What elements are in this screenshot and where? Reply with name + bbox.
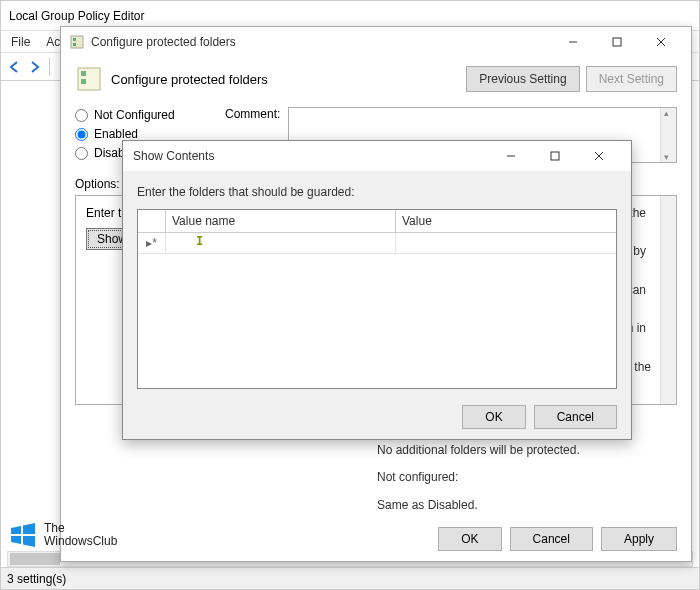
cancel-button[interactable]: Cancel	[510, 527, 593, 551]
contents-table: Value name Value ▸* I	[137, 209, 617, 389]
config-dialog-buttons: OK Cancel Apply	[438, 527, 677, 551]
policy-large-icon	[75, 65, 103, 93]
menu-file[interactable]: File	[11, 35, 30, 49]
scrollbar-vertical[interactable]	[660, 108, 676, 162]
column-value-name[interactable]: Value name	[166, 210, 396, 232]
show-contents-dialog: Show Contents Enter the folders that sho…	[122, 140, 632, 440]
minimize-button[interactable]	[551, 28, 595, 56]
config-header: Configure protected folders Previous Set…	[75, 65, 677, 93]
row-marker: ▸*	[138, 233, 166, 253]
show-body: Enter the folders that should be guarded…	[123, 171, 631, 403]
config-titlebar[interactable]: Configure protected folders	[61, 27, 691, 57]
show-titlebar[interactable]: Show Contents	[123, 141, 631, 171]
radio-enabled[interactable]: Enabled	[75, 127, 205, 141]
text-cursor-icon: I	[196, 234, 203, 248]
show-title: Show Contents	[133, 149, 489, 163]
svg-rect-0	[71, 36, 83, 48]
show-prompt: Enter the folders that should be guarded…	[137, 185, 617, 199]
status-text: 3 setting(s)	[7, 572, 66, 586]
statusbar: 3 setting(s)	[1, 567, 699, 589]
watermark-text: The WindowsClub	[44, 522, 117, 548]
toolbar-divider	[49, 58, 50, 76]
svg-rect-11	[551, 152, 559, 160]
show-cancel-button[interactable]: Cancel	[534, 405, 617, 429]
parent-title: Local Group Policy Editor	[9, 9, 144, 23]
config-window-title: Configure protected folders	[91, 35, 551, 49]
comment-label: Comment:	[225, 107, 280, 121]
close-button[interactable]	[639, 28, 683, 56]
maximize-button[interactable]	[595, 28, 639, 56]
next-setting-button: Next Setting	[586, 66, 677, 92]
row-header-column	[138, 210, 166, 232]
forward-icon[interactable]	[27, 59, 43, 75]
ok-button[interactable]: OK	[438, 527, 501, 551]
apply-button[interactable]: Apply	[601, 527, 677, 551]
svg-rect-2	[73, 43, 76, 46]
radio-not-configured[interactable]: Not Configured	[75, 108, 205, 122]
column-value[interactable]: Value	[396, 210, 616, 232]
cell-value-name[interactable]: I	[166, 233, 396, 253]
show-close-button[interactable]	[577, 142, 621, 170]
windows-logo-icon	[8, 520, 38, 550]
svg-rect-1	[73, 38, 76, 41]
svg-rect-4	[613, 38, 621, 46]
policy-icon	[69, 34, 85, 50]
cell-value[interactable]	[396, 233, 616, 253]
config-header-title: Configure protected folders	[111, 72, 460, 87]
show-dialog-buttons: OK Cancel	[462, 405, 617, 429]
watermark: The WindowsClub	[8, 520, 117, 550]
show-ok-button[interactable]: OK	[462, 405, 525, 429]
table-header: Value name Value	[138, 210, 616, 233]
svg-rect-9	[81, 79, 86, 84]
show-minimize-button[interactable]	[489, 142, 533, 170]
show-maximize-button[interactable]	[533, 142, 577, 170]
back-icon[interactable]	[7, 59, 23, 75]
svg-rect-8	[81, 71, 86, 76]
previous-setting-button[interactable]: Previous Setting	[466, 66, 579, 92]
table-row[interactable]: ▸* I	[138, 233, 616, 254]
